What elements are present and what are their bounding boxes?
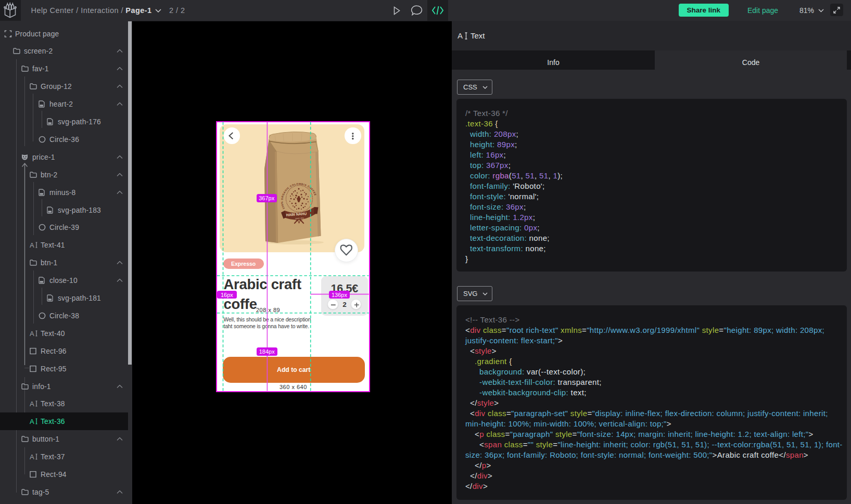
svg-text:A: A [458, 32, 463, 40]
svg-text:A: A [30, 418, 34, 425]
svg-text:A: A [30, 400, 34, 407]
svg-text:A: A [30, 330, 34, 337]
svg-text:A: A [30, 454, 34, 460]
svg-text:A: A [30, 242, 34, 249]
